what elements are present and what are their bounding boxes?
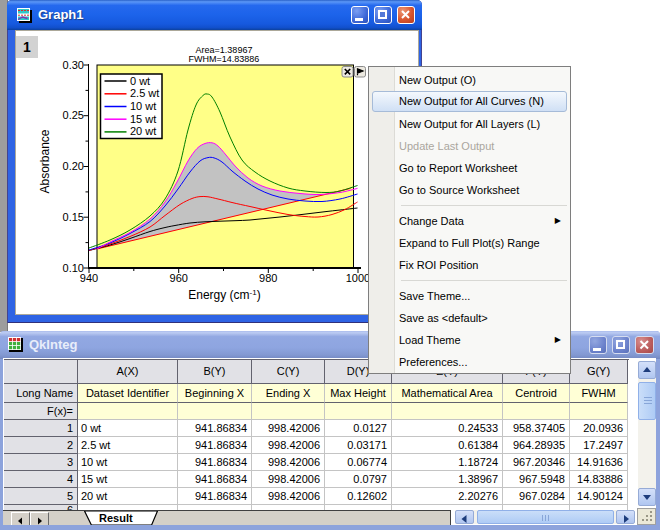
svg-text:0.30: 0.30 bbox=[63, 59, 84, 71]
svg-text:0.25: 0.25 bbox=[63, 109, 84, 121]
svg-text:0 wt: 0 wt bbox=[130, 75, 150, 87]
svg-text:Absorbance: Absorbance bbox=[38, 129, 52, 193]
svg-text:Energy (cm-1): Energy (cm-1) bbox=[188, 288, 260, 302]
svg-text:20 wt: 20 wt bbox=[130, 125, 156, 137]
svg-text:10 wt: 10 wt bbox=[130, 100, 156, 112]
svg-text:1000: 1000 bbox=[346, 272, 370, 284]
svg-text:2.5 wt: 2.5 wt bbox=[130, 87, 159, 99]
svg-text:940: 940 bbox=[80, 272, 98, 284]
svg-text:0.15: 0.15 bbox=[63, 211, 84, 223]
svg-text:960: 960 bbox=[170, 272, 188, 284]
svg-text:0.20: 0.20 bbox=[63, 160, 84, 172]
svg-text:15 wt: 15 wt bbox=[130, 113, 156, 125]
svg-text:980: 980 bbox=[259, 272, 277, 284]
